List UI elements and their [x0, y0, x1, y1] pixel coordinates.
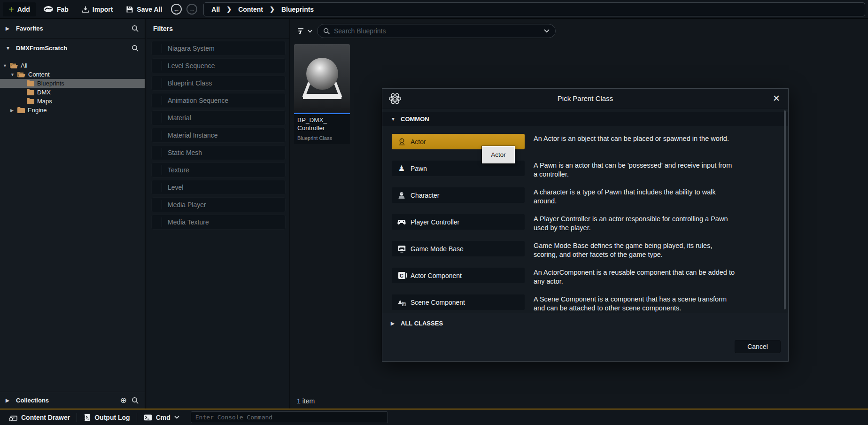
caret-down-icon[interactable]: ▼ [6, 46, 11, 51]
breadcrumb-all[interactable]: All [211, 6, 220, 13]
common-section-label: COMMON [401, 116, 429, 123]
chevron-down-icon[interactable] [174, 416, 179, 419]
tree-item-label: Engine [26, 107, 46, 114]
tree-item-blueprints[interactable]: Blueprints [0, 79, 145, 88]
asset-bp-dmx-controller[interactable]: BP_DMX_ Controller Blueprint Class [294, 44, 350, 144]
class-option-actor-component[interactable]: C Actor Component [392, 268, 525, 283]
forward-button[interactable]: → [186, 4, 197, 15]
caret-right-icon[interactable]: ▶ [10, 108, 16, 113]
statusbar: Content Drawer Output Log Cmd [0, 410, 868, 425]
add-collection-icon[interactable]: ⊕ [120, 395, 127, 405]
cancel-button[interactable]: Cancel [735, 340, 781, 353]
class-row-pawn: ♟ Pawn A Pawn is an actor that can be 'p… [382, 161, 788, 187]
caret-down-icon[interactable]: ▼ [10, 72, 16, 77]
folder-closed-icon [27, 89, 34, 95]
filter-material[interactable]: Material [151, 110, 286, 125]
tree-item-content[interactable]: ▼ Content [0, 70, 145, 79]
caret-down-icon: ▼ [391, 116, 396, 122]
class-option-scene-component[interactable]: C Scene Component [392, 294, 525, 310]
svg-text:C: C [403, 302, 404, 305]
filter-material-instance[interactable]: Material Instance [151, 128, 286, 143]
fab-icon [43, 6, 54, 13]
tree-item-maps[interactable]: Maps [0, 97, 145, 106]
class-option-label: Game Mode Base [411, 245, 464, 253]
filters-panel: Filters Niagara System Level Sequence Bl… [147, 19, 290, 409]
search-input[interactable] [334, 27, 540, 35]
favorites-section-header[interactable]: ▶ Favorites [0, 19, 145, 39]
output-log-button[interactable]: Output Log [77, 410, 136, 425]
filter-blueprint-class[interactable]: Blueprint Class [151, 76, 286, 91]
chevron-down-icon[interactable] [544, 29, 550, 33]
class-option-game-mode-base[interactable]: Game Mode Base [392, 241, 525, 256]
class-description: A Player Controller is an actor responsi… [534, 214, 736, 232]
caret-right-icon[interactable]: ▶ [6, 26, 11, 31]
output-log-icon [84, 414, 91, 421]
caret-down-icon[interactable]: ▼ [3, 63, 8, 68]
folder-closed-icon [27, 98, 34, 104]
class-row-player-controller: Player Controller A Player Controller is… [382, 214, 788, 241]
tree-item-label: Maps [36, 98, 52, 105]
dialog-scrollbar[interactable] [784, 110, 786, 309]
folder-open-icon [10, 62, 18, 69]
search-icon[interactable] [132, 45, 139, 52]
caret-right-icon[interactable]: ▶ [6, 398, 11, 403]
output-log-label: Output Log [94, 414, 130, 421]
parent-class-list: Actor An Actor is an object that can be … [382, 134, 788, 321]
game-mode-monitor-icon [397, 245, 406, 253]
filter-static-mesh[interactable]: Static Mesh [151, 145, 286, 160]
filter-media-player[interactable]: Media Player [151, 197, 286, 212]
dialog-header: Pick Parent Class ✕ [382, 89, 788, 108]
class-option-label: Character [411, 192, 439, 199]
asset-type-label: Blueprint Class [297, 135, 347, 141]
filter-texture[interactable]: Texture [151, 162, 286, 178]
tree-item-engine[interactable]: ▶ Engine [0, 106, 145, 115]
content-drawer-button[interactable]: Content Drawer [3, 410, 77, 425]
class-option-label: Actor [411, 138, 426, 146]
folder-closed-icon [17, 107, 25, 113]
tree-item-label: DMX [36, 89, 51, 96]
filter-animation-sequence[interactable]: Animation Sequence [151, 93, 286, 108]
fab-button[interactable]: Fab [38, 2, 74, 16]
tree-item-all[interactable]: ▼ All [0, 61, 145, 70]
filter-media-texture[interactable]: Media Texture [151, 215, 286, 230]
search-icon[interactable] [132, 25, 139, 32]
filter-options-button[interactable] [296, 27, 313, 35]
plus-icon: + [8, 6, 14, 13]
filter-level[interactable]: Level [151, 180, 286, 195]
common-section-header[interactable]: ▼ COMMON [382, 112, 788, 126]
console-command-input[interactable] [191, 411, 388, 423]
content-drawer-label: Content Drawer [21, 414, 70, 421]
caret-right-icon: ▶ [391, 321, 396, 326]
add-button[interactable]: + Add [3, 2, 36, 16]
filter-level-sequence[interactable]: Level Sequence [151, 58, 286, 73]
collections-section-header[interactable]: ▶ Collections ⊕ [0, 392, 145, 409]
project-section-header[interactable]: ▼ DMXFromScratch [0, 39, 145, 58]
all-classes-section-header[interactable]: ▶ ALL CLASSES [382, 313, 788, 327]
cmd-button[interactable]: Cmd [137, 410, 186, 425]
class-option-character[interactable]: Character [392, 187, 525, 203]
class-option-label: Player Controller [411, 218, 459, 226]
save-all-button-label: Save All [137, 6, 162, 13]
class-option-player-controller[interactable]: Player Controller [392, 214, 525, 230]
project-label: DMXFromScratch [16, 45, 67, 52]
folder-closed-icon [27, 80, 34, 86]
collections-label: Collections [16, 397, 49, 404]
folder-open-icon [17, 71, 25, 77]
back-button[interactable]: ← [171, 4, 182, 15]
class-row-character: Character A character is a type of Pawn … [382, 187, 788, 214]
search-icon[interactable] [132, 397, 139, 404]
breadcrumb-blueprints[interactable]: Blueprints [281, 6, 314, 13]
folder-tree: ▼ All ▼ Content Blueprints DMX [0, 58, 145, 115]
terminal-icon [144, 414, 152, 421]
search-box[interactable] [317, 24, 556, 38]
filter-niagara-system[interactable]: Niagara System [151, 41, 286, 56]
tree-item-dmx[interactable]: DMX [0, 88, 145, 97]
dialog-title: Pick Parent Class [382, 94, 788, 102]
breadcrumb-content[interactable]: Content [238, 6, 263, 13]
fab-button-label: Fab [57, 6, 69, 13]
class-option-label: Pawn [411, 165, 427, 172]
import-button[interactable]: Import [76, 2, 119, 16]
filter-funnel-icon [297, 28, 305, 34]
save-all-button[interactable]: Save All [120, 2, 168, 16]
close-icon[interactable]: ✕ [770, 93, 783, 104]
